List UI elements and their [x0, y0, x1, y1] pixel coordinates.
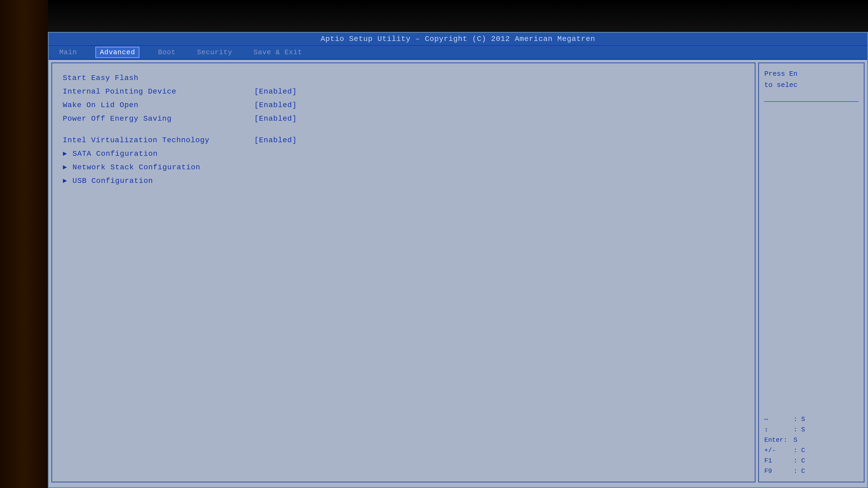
key-arrows-ud-desc: : S	[794, 426, 805, 433]
key-f1: F1	[764, 457, 791, 464]
key-item-f9: F9 : C	[764, 466, 859, 476]
tab-save-exit[interactable]: Save & Exit	[251, 47, 305, 57]
help-divider	[764, 101, 859, 102]
key-item-select-item: ↕ : S	[764, 424, 859, 435]
start-easy-flash-label: Start Easy Flash	[63, 74, 249, 82]
key-item-f1: F1 : C	[764, 456, 859, 466]
bios-body: Start Easy Flash Internal Pointing Devic…	[49, 60, 867, 485]
tab-main[interactable]: Main	[57, 47, 80, 57]
wake-on-lid-open-value: [Enabled]	[254, 101, 297, 109]
menu-item-intel-virtualization[interactable]: Intel Virtualization Technology [Enabled…	[63, 133, 744, 147]
key-item-enter: Enter: S	[764, 435, 859, 445]
internal-pointing-device-label: Internal Pointing Device	[63, 88, 249, 96]
bios-main-panel: Start Easy Flash Internal Pointing Devic…	[51, 62, 755, 482]
header-title: Aptio Setup Utility – Copyright (C) 2012…	[321, 35, 595, 43]
usb-configuration-arrow: ►	[63, 177, 67, 185]
menu-item-start-easy-flash[interactable]: Start Easy Flash	[63, 71, 744, 85]
power-off-energy-saving-label: Power Off Energy Saving	[63, 115, 249, 123]
help-line2: to selec	[764, 81, 798, 89]
key-arrows-lr-desc: : S	[794, 416, 805, 423]
key-enter-desc: S	[794, 436, 797, 444]
help-text: Press En to selec	[764, 69, 859, 91]
bios-help-panel: Press En to selec ↔ : S ↕ : S Enter: S	[758, 62, 865, 482]
usb-configuration-label: USB Configuration	[72, 177, 259, 185]
menu-item-sata-configuration[interactable]: ► SATA Configuration	[63, 147, 744, 161]
internal-pointing-device-value: [Enabled]	[254, 88, 297, 96]
key-f9: F9	[764, 467, 791, 475]
menu-item-network-stack-configuration[interactable]: ► Network Stack Configuration	[63, 161, 744, 174]
network-stack-configuration-label: Network Stack Configuration	[72, 163, 259, 171]
key-item-change: +/- : C	[764, 445, 859, 456]
sata-configuration-label: SATA Configuration	[72, 150, 259, 158]
menu-item-wake-on-lid-open[interactable]: Wake On Lid Open [Enabled]	[63, 98, 744, 112]
menu-item-power-off-energy-saving[interactable]: Power Off Energy Saving [Enabled]	[63, 112, 744, 126]
sata-configuration-arrow: ►	[63, 150, 67, 158]
network-stack-configuration-arrow: ►	[63, 163, 67, 171]
key-arrows-lr: ↔	[764, 416, 791, 423]
key-f1-desc: : C	[794, 457, 805, 464]
tab-boot[interactable]: Boot	[155, 47, 178, 57]
tab-security[interactable]: Security	[194, 47, 235, 57]
intel-virtualization-value: [Enabled]	[254, 136, 297, 144]
menu-spacer	[63, 126, 744, 133]
key-plusminus-desc: : C	[794, 447, 805, 454]
bios-header: Aptio Setup Utility – Copyright (C) 2012…	[49, 33, 867, 46]
tab-advanced[interactable]: Advanced	[95, 47, 140, 58]
power-off-energy-saving-value: [Enabled]	[254, 115, 297, 123]
key-item-select-tab: ↔ : S	[764, 414, 859, 424]
help-keys: ↔ : S ↕ : S Enter: S +/- : C F1 : C	[764, 414, 859, 476]
dark-overlay-top	[48, 0, 868, 32]
key-f9-desc: : C	[794, 467, 805, 475]
dark-overlay-left	[0, 0, 48, 488]
menu-item-internal-pointing-device[interactable]: Internal Pointing Device [Enabled]	[63, 85, 744, 98]
menu-item-usb-configuration[interactable]: ► USB Configuration	[63, 174, 744, 188]
key-arrows-ud: ↕	[764, 426, 791, 433]
help-line1: Press En	[764, 70, 798, 78]
bios-nav: Main Advanced Boot Security Save & Exit	[49, 46, 867, 60]
bios-screen: Aptio Setup Utility – Copyright (C) 2012…	[48, 32, 868, 488]
key-plusminus: +/-	[764, 447, 791, 454]
intel-virtualization-label: Intel Virtualization Technology	[63, 136, 249, 144]
wake-on-lid-open-label: Wake On Lid Open	[63, 101, 249, 109]
key-enter: Enter:	[764, 436, 791, 444]
